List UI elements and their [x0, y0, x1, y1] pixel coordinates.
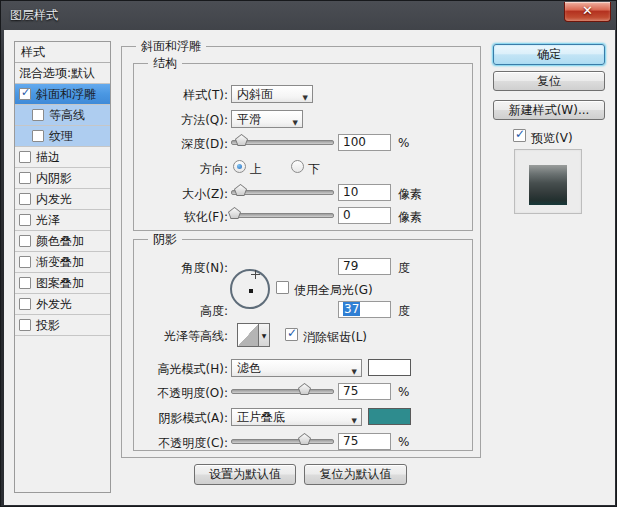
angle-label: 角度(N):	[104, 260, 228, 277]
sidebar-item-contour[interactable]: 等高线	[15, 105, 110, 126]
use-global-light-label: 使用全局光(G)	[294, 282, 373, 299]
stroke-checkbox[interactable]	[19, 151, 31, 163]
sidebar-item-label: 纹理	[49, 128, 73, 145]
layer-style-dialog: 图层样式 ✕ 样式 混合选项:默认 斜面和浮雕 等高线 纹理	[0, 0, 617, 507]
reset-button[interactable]: 复位	[493, 71, 605, 91]
sidebar-item-label: 外发光	[36, 296, 72, 313]
altitude-unit: 度	[398, 303, 410, 320]
anti-alias-label: 消除锯齿(L)	[303, 329, 367, 346]
sidebar-item-pattern-overlay[interactable]: 图案叠加	[15, 273, 110, 294]
highlight-opacity-input[interactable]: 75	[338, 383, 391, 400]
preview-checkbox[interactable]: ✓	[513, 129, 526, 142]
sidebar-item-label: 混合选项:默认	[19, 65, 95, 82]
highlight-opacity-slider-handle[interactable]	[298, 383, 311, 395]
sidebar-item-drop-shadow[interactable]: 投影	[15, 315, 110, 336]
use-global-light-checkbox[interactable]: ✓	[276, 281, 289, 294]
altitude-selected-text: 37	[343, 302, 360, 316]
depth-input[interactable]: 100	[338, 134, 391, 151]
sidebar-item-outer-glow[interactable]: 外发光	[15, 294, 110, 315]
depth-slider-handle[interactable]	[235, 134, 248, 146]
gradient-overlay-checkbox[interactable]	[19, 256, 31, 268]
make-default-button[interactable]: 设置为默认值	[194, 464, 296, 485]
sidebar-item-label: 光泽	[36, 212, 60, 229]
gloss-contour-label: 光泽等高线:	[104, 328, 228, 345]
chevron-down-icon: ▼	[352, 413, 357, 429]
soften-label: 软化(F):	[104, 209, 228, 226]
contour-checkbox[interactable]	[32, 109, 44, 121]
altitude-label: 高度:	[104, 303, 228, 320]
soften-input[interactable]: 0	[338, 207, 391, 224]
satin-checkbox[interactable]	[19, 214, 31, 226]
color-overlay-checkbox[interactable]	[19, 235, 31, 247]
angle-dial[interactable]	[230, 269, 270, 309]
size-input[interactable]: 10	[338, 184, 391, 201]
style-label: 样式(T):	[104, 87, 228, 104]
pattern-overlay-checkbox[interactable]	[19, 277, 31, 289]
shadow-opacity-slider-track[interactable]	[231, 439, 334, 444]
anti-alias-checkbox[interactable]: ✓	[285, 328, 298, 341]
shadow-opacity-label: 不透明度(C):	[104, 435, 228, 452]
soften-slider-track[interactable]	[231, 213, 334, 218]
texture-checkbox[interactable]	[32, 130, 44, 142]
gloss-contour-thumbnail[interactable]	[237, 323, 259, 347]
sidebar-item-label: 颜色叠加	[36, 233, 84, 250]
reset-default-button[interactable]: 复位为默认值	[304, 464, 407, 485]
soften-slider-handle[interactable]	[228, 207, 241, 219]
sidebar-item-blending-options[interactable]: 混合选项:默认	[15, 63, 110, 84]
sidebar-item-label: 内发光	[36, 191, 72, 208]
sidebar-item-inner-glow[interactable]: 内发光	[15, 189, 110, 210]
angle-input[interactable]: 79	[338, 258, 391, 275]
new-style-button[interactable]: 新建样式(W)...	[493, 100, 605, 120]
close-icon: ✕	[582, 3, 593, 18]
structure-legend: 结构	[148, 55, 182, 72]
size-slider-handle[interactable]	[234, 184, 247, 196]
highlight-opacity-slider-track[interactable]	[231, 389, 334, 394]
chevron-down-icon: ▼	[293, 115, 298, 131]
chevron-down-icon: ▼	[303, 90, 308, 106]
ok-button[interactable]: 确定	[493, 44, 605, 65]
styles-list-header: 样式	[15, 42, 110, 63]
style-preview-thumbnail	[529, 165, 567, 205]
sidebar-item-bevel-emboss[interactable]: 斜面和浮雕	[15, 84, 110, 105]
drop-shadow-checkbox[interactable]	[19, 319, 31, 331]
preview-label: 预览(V)	[531, 130, 573, 147]
shadow-mode-value: 正片叠底	[237, 410, 285, 424]
shadow-color-swatch[interactable]	[368, 408, 411, 425]
style-select[interactable]: 内斜面 ▼	[231, 85, 313, 103]
direction-up-label: 上	[250, 161, 262, 178]
style-preview-box	[514, 149, 582, 214]
direction-down-radio[interactable]	[291, 160, 304, 173]
technique-select[interactable]: 平滑 ▼	[231, 110, 303, 128]
sidebar-item-inner-shadow[interactable]: 内阴影	[15, 168, 110, 189]
sidebar-item-label: 内阴影	[36, 170, 72, 187]
highlight-opacity-label: 不透明度(O):	[104, 385, 228, 402]
shadow-mode-select[interactable]: 正片叠底 ▼	[231, 408, 362, 426]
sidebar-item-satin[interactable]: 光泽	[15, 210, 110, 231]
outer-glow-checkbox[interactable]	[19, 298, 31, 310]
highlight-color-swatch[interactable]	[368, 359, 411, 376]
styles-list: 样式 混合选项:默认 斜面和浮雕 等高线 纹理 描边 内阴	[14, 41, 111, 493]
gloss-contour-dropdown-arrow[interactable]: ▼	[258, 323, 270, 347]
angle-dial-pointer[interactable]	[251, 270, 260, 279]
altitude-input[interactable]: 37	[338, 301, 391, 318]
shadow-opacity-input[interactable]: 75	[338, 433, 391, 450]
shadow-opacity-slider-handle[interactable]	[298, 433, 311, 445]
window-title: 图层样式	[10, 7, 58, 24]
sidebar-item-label: 斜面和浮雕	[36, 86, 96, 103]
direction-up-radio[interactable]	[233, 160, 246, 173]
style-select-value: 内斜面	[237, 87, 273, 101]
inner-glow-checkbox[interactable]	[19, 193, 31, 205]
dialog-body: 样式 混合选项:默认 斜面和浮雕 等高线 纹理 描边 内阴	[4, 30, 615, 505]
sidebar-item-gradient-overlay[interactable]: 渐变叠加	[15, 252, 110, 273]
sidebar-item-texture[interactable]: 纹理	[15, 126, 110, 147]
depth-label: 深度(D):	[104, 136, 228, 153]
inner-shadow-checkbox[interactable]	[19, 172, 31, 184]
bevel-emboss-checkbox[interactable]	[19, 88, 31, 100]
sidebar-item-label: 渐变叠加	[36, 254, 84, 271]
close-button[interactable]: ✕	[564, 2, 611, 22]
sidebar-item-color-overlay[interactable]: 颜色叠加	[15, 231, 110, 252]
sidebar-item-stroke[interactable]: 描边	[15, 147, 110, 168]
size-unit: 像素	[398, 186, 422, 203]
chevron-down-icon: ▼	[352, 364, 357, 380]
highlight-mode-select[interactable]: 滤色 ▼	[231, 359, 362, 377]
